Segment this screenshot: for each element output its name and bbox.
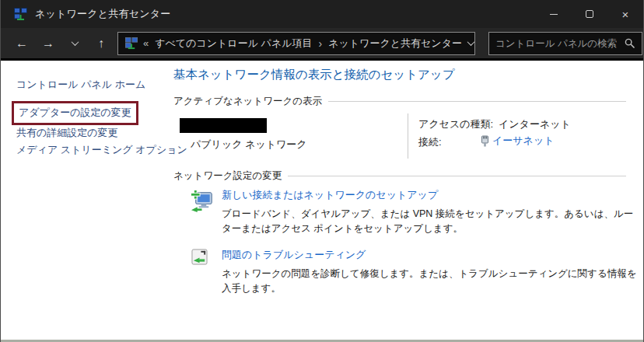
search-input[interactable] xyxy=(495,38,625,49)
maximize-icon xyxy=(586,10,593,18)
window-title: ネットワークと共有センター xyxy=(35,7,170,21)
ethernet-link[interactable]: イーサネット xyxy=(492,134,555,148)
titlebar: ネットワークと共有センター × xyxy=(1,0,643,28)
search-box xyxy=(488,32,642,55)
up-button[interactable]: ↑ xyxy=(91,33,111,54)
ethernet-icon xyxy=(481,135,489,147)
network-location-icon xyxy=(125,37,138,50)
vertical-divider xyxy=(408,113,408,159)
new-connection-icon xyxy=(190,189,214,216)
section-divider xyxy=(328,101,626,102)
sidebar-item-change-advanced-sharing[interactable]: 共有の詳細設定の変更 xyxy=(16,126,118,140)
maximize-button[interactable] xyxy=(572,0,607,28)
forward-button[interactable]: → xyxy=(38,33,58,54)
connection-row: イーサネット xyxy=(481,134,555,148)
network-app-icon xyxy=(14,8,27,21)
sidebar-item-change-adapter-settings[interactable]: アダプターの設定の変更 xyxy=(12,101,138,125)
network-sharing-center-window: ネットワークと共有センター × ← → ↑ « すべてのコントロール パネル xyxy=(0,0,644,342)
sidebar-item-media-streaming-options[interactable]: メディア ストリーミング オプション xyxy=(16,143,187,157)
change-settings-section-header: ネットワーク設定の変更 xyxy=(173,169,626,183)
troubleshoot-icon xyxy=(191,249,208,268)
network-name-redacted xyxy=(180,118,267,133)
network-type-label: パブリック ネットワーク xyxy=(191,138,307,152)
minimize-icon xyxy=(550,14,558,15)
sidebar-item-control-panel-home[interactable]: コントロール パネル ホーム xyxy=(16,78,145,92)
close-icon: × xyxy=(622,8,629,21)
content-area: コントロール パネル ホーム アダプターの設定の変更 共有の詳細設定の変更 メデ… xyxy=(1,61,643,340)
minimize-button[interactable] xyxy=(536,0,572,28)
address-dropdown-button[interactable] xyxy=(462,34,481,53)
breadcrumb-overflow-icon[interactable]: « xyxy=(143,37,149,49)
task-troubleshoot-problems: 問題のトラブルシューティング ネットワークの問題を診断して修復します。または、ト… xyxy=(191,247,637,296)
active-networks-section-header: アクティブなネットワークの表示 xyxy=(173,95,626,108)
access-type-value: インターネット xyxy=(499,117,571,131)
task-setup-new-connection: 新しい接続またはネットワークのセットアップ ブロードバンド、ダイヤルアップ、また… xyxy=(190,187,637,236)
address-bar[interactable]: « すべてのコントロール パネル項目 › ネットワークと共有センター xyxy=(117,32,475,55)
access-type-label: アクセスの種類: xyxy=(418,117,493,131)
section-header-label: ネットワーク設定の変更 xyxy=(173,169,282,183)
troubleshoot-problems-desc: ネットワークの問題を診断して修復します。または、トラブルシューティングに関する情… xyxy=(222,267,637,296)
troubleshoot-problems-link[interactable]: 問題のトラブルシューティング xyxy=(222,249,366,260)
navigation-bar: ← → ↑ « すべてのコントロール パネル項目 › ネットワークと共有センター xyxy=(1,28,643,61)
breadcrumb-separator-icon: › xyxy=(319,37,323,50)
section-header-label: アクティブなネットワークの表示 xyxy=(173,95,322,108)
page-title: 基本ネットワーク情報の表示と接続のセットアップ xyxy=(173,67,455,83)
setup-new-connection-link[interactable]: 新しい接続またはネットワークのセットアップ xyxy=(222,189,438,201)
chevron-down-icon xyxy=(467,38,475,46)
chevron-down-icon xyxy=(71,38,79,46)
connection-label: 接続: xyxy=(418,135,442,149)
history-dropdown-button[interactable] xyxy=(65,33,85,54)
section-divider xyxy=(288,176,626,176)
breadcrumb-all-control-panel-items[interactable]: すべてのコントロール パネル項目 xyxy=(155,37,312,51)
search-icon[interactable] xyxy=(625,38,635,49)
setup-new-connection-desc: ブロードバンド、ダイヤルアップ、または VPN 接続をセットアップします。あるい… xyxy=(222,207,637,236)
back-button[interactable]: ← xyxy=(12,33,32,54)
breadcrumb-network-sharing-center[interactable]: ネットワークと共有センター xyxy=(328,37,462,51)
window-controls: × xyxy=(536,0,643,28)
close-button[interactable]: × xyxy=(607,0,643,28)
